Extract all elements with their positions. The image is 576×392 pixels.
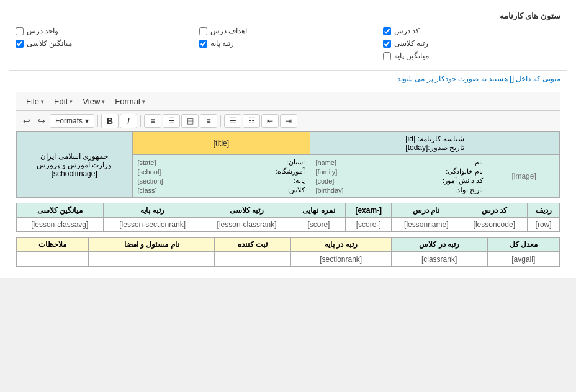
column-checkbox-miyangin-klassi[interactable] [16, 40, 24, 48]
editor-content[interactable]: شناسه کارنامه: [id] تاریخ صدور:[today] [… [16, 131, 560, 267]
sum-col-notes: ملاحظات [17, 238, 89, 252]
editor-toolbar: ↩ ↪ Formats ▾ B I ≡ ☰ ▤ ≡ ☰ ☷ ⇤ ⇥ [16, 111, 560, 131]
undo-button[interactable]: ↩ [20, 114, 34, 128]
sum-data-register [215, 252, 290, 267]
sum-col-sectionrank: رتبه در پایه [290, 238, 391, 252]
menu-format[interactable]: Format ▾ [110, 95, 150, 108]
subj-data-sectionrank: [lesson-sectionrank] [103, 218, 202, 232]
italic-button[interactable]: I [120, 114, 137, 128]
subj-col-sectionrank: رتبه پایه [103, 203, 202, 218]
format-chevron-icon: ▾ [142, 99, 145, 105]
subject-table: ردیف کد درس نام درس [-exam] نمره نهایی ر… [16, 203, 560, 232]
editor-menubar: File ▾ Edit ▾ View ▾ Format ▾ [16, 92, 560, 111]
subj-data-classavg: [lesson-classavg] [17, 218, 104, 232]
column-label-kod-dars: کد درس [394, 27, 420, 35]
header-cell-title: [title] [132, 132, 310, 155]
location-info-cell: استان: [state] آموزشگاه: [school] پایه: … [132, 155, 310, 198]
formats-label: Formats [55, 117, 83, 125]
subj-col-classavg: میانگین کلاسی [17, 203, 104, 218]
column-item-rotbe-paye: رتبه پایه [199, 39, 234, 48]
school-value: [school] [137, 167, 216, 176]
subj-col-row: ردیف [528, 203, 560, 218]
subj-data-row: [row] [528, 218, 560, 232]
bold-button[interactable]: B [101, 114, 119, 128]
unordered-list-button[interactable]: ☰ [224, 114, 241, 128]
column-item-ahdaf: اهداف درس [199, 27, 247, 35]
birthday-label: تاریخ تولد: [385, 185, 484, 195]
image-cell: [image] [488, 155, 560, 198]
column-checkbox-ahdaf[interactable] [199, 27, 207, 35]
subj-col-exam: [-exam] [346, 203, 392, 218]
state-label: استان: [216, 158, 307, 167]
section-value: [section] [137, 176, 216, 185]
indent-button[interactable]: ⇥ [280, 114, 297, 128]
column-checkbox-rotbe-klassi[interactable] [383, 40, 391, 48]
summary-data-row: [avgall] [classrank] [sectionrank] [17, 252, 560, 267]
school-label: آموزشگاه: [216, 167, 307, 176]
subject-header-row: ردیف کد درس نام درس [-exam] نمره نهایی ر… [17, 203, 560, 218]
name-info-cell: نام: [name] نام خانوادگی: [family] کد دا… [310, 155, 488, 198]
toolbar-separator-1 [97, 115, 98, 127]
column-item-kod-dars: کد درس [383, 27, 420, 35]
summary-header-row: معدل کل رتبه در کلاس رتبه در پایه ثبت کن… [17, 238, 560, 252]
doc-header-row: شناسه کارنامه: [id] تاریخ صدور:[today] [… [17, 132, 560, 155]
outdent-button[interactable]: ⇤ [261, 114, 279, 128]
section-label: پایه: [216, 176, 307, 185]
subj-data-classrank: [lesson-classrank] [202, 218, 292, 232]
sum-col-classrank: رتبه در کلاس [391, 238, 487, 252]
view-chevron-icon: ▾ [102, 99, 105, 105]
editor-wrapper: File ▾ Edit ▾ View ▾ Format ▾ ↩ ↪ Format… [16, 92, 560, 267]
align-left-button[interactable]: ≡ [200, 114, 217, 128]
header-cell-id: شناسه کارنامه: [id] تاریخ صدور:[today] [310, 132, 560, 155]
formats-chevron-icon: ▾ [85, 117, 89, 125]
formats-dropdown[interactable]: Formats ▾ [50, 114, 94, 128]
column-label-vahed: واحد درس [27, 27, 58, 35]
sum-data-notes [17, 252, 89, 267]
sum-col-register: ثبت کننده [215, 238, 290, 252]
menu-file[interactable]: File ▾ [21, 95, 49, 108]
birthday-value: [birthday] [314, 185, 385, 195]
state-value: [state] [137, 158, 216, 167]
subj-data-exam: [-score] [346, 218, 392, 232]
subj-data-score: [score] [292, 218, 346, 232]
redo-button[interactable]: ↪ [35, 114, 48, 128]
column-item-rotbe-klassi: رتبه کلاسی [383, 39, 428, 48]
subj-data-code: [lessoncode] [461, 218, 528, 232]
column-label-ahdaf: اهداف درس [210, 27, 247, 35]
toolbar-separator-3 [220, 115, 221, 127]
column-label-miyangin-klassi: میانگین کلاسی [27, 39, 72, 48]
ordered-list-button[interactable]: ☷ [243, 114, 260, 128]
subj-col-code: کد درس [461, 203, 528, 218]
align-center-button[interactable]: ☰ [163, 114, 180, 128]
menu-edit[interactable]: Edit ▾ [49, 95, 78, 108]
column-checkbox-kod-dars[interactable] [383, 27, 391, 35]
subj-col-name: نام درس [392, 203, 461, 218]
name-label: نام: [385, 158, 484, 167]
column-label-miyangin-paye: میانگین پایه [394, 51, 429, 60]
column-checkbox-miyangin-paye[interactable] [383, 52, 391, 60]
toolbar-separator-2 [140, 115, 141, 127]
class-value: [class] [137, 185, 216, 195]
column-item-miyangin-paye: میانگین پایه [383, 51, 429, 60]
code-value: [code] [314, 176, 385, 185]
sum-data-sectionrank: [sectionrank] [290, 252, 391, 267]
header-cell-right-block: جمهوری اسلامی ایران وزارت آموزش و پرورش … [17, 132, 133, 198]
subj-col-classrank: رتبه کلاسی [202, 203, 292, 218]
align-right-button[interactable]: ≡ [144, 114, 161, 128]
column-checkbox-rotbe-paye[interactable] [199, 40, 207, 48]
sum-data-avgall: [avgall] [487, 252, 559, 267]
code-label: کد دانش آموز: [385, 176, 484, 185]
subj-data-name: [lessonname] [392, 218, 461, 232]
column-checkbox-vahed[interactable] [16, 27, 24, 35]
subject-data-row: [row] [lessoncode] [lessonname] [-score]… [17, 218, 560, 232]
align-justify-button[interactable]: ▤ [181, 114, 199, 128]
sum-data-classrank: [classrank] [391, 252, 487, 267]
column-item-miyangin-klassi: میانگین کلاسی [16, 39, 72, 48]
sum-data-responsible [88, 252, 215, 267]
menu-view[interactable]: View ▾ [78, 95, 110, 108]
edit-chevron-icon: ▾ [70, 99, 73, 105]
column-item-vahed: واحد درس [16, 27, 58, 35]
column-label-rotbe-paye: رتبه پایه [210, 39, 234, 48]
column-label-rotbe-klassi: رتبه کلاسی [394, 39, 428, 48]
columns-title: ستون های کارنامه [16, 11, 560, 20]
